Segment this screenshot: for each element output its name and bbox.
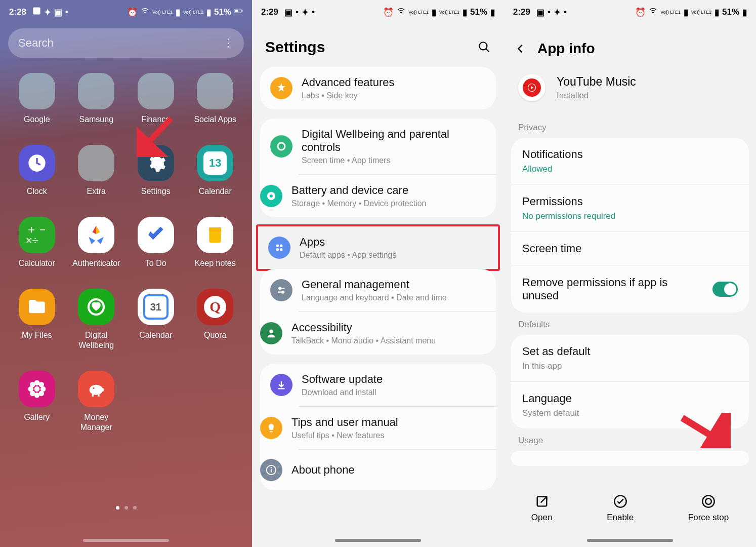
app-samsung[interactable]: Samsung [68, 73, 125, 125]
svg-rect-20 [92, 394, 94, 397]
general-management-icon [270, 279, 292, 301]
settings-row-digital-wellbeing-and-parental-controls[interactable]: Digital Wellbeing and parental controlsS… [260, 119, 496, 174]
app-label: To Do [145, 258, 166, 268]
app-label: Calendar [139, 330, 172, 340]
force-stop-button[interactable]: Force stop [688, 494, 729, 523]
app-settings[interactable]: Settings [127, 145, 185, 197]
app-quora[interactable]: QQuora [187, 289, 244, 350]
app-calendar[interactable]: 31Calendar [127, 289, 185, 350]
nav-handle[interactable] [587, 539, 673, 542]
app-clock[interactable]: Clock [8, 145, 66, 197]
alarm-icon: ⏰ [383, 7, 394, 18]
settings-row-apps[interactable]: AppsDefault apps • App settings [258, 226, 498, 269]
app-label: Social Apps [194, 114, 236, 125]
action-label: Open [531, 513, 553, 523]
authenticator-icon [78, 217, 114, 253]
linkedin-icon [32, 7, 41, 18]
battery-icon: ▮ [742, 7, 747, 18]
screen-app-info: 2:29 ▣ ▪ ✦ • ⏰ Vo)) LTE1 ▮ Vo)) LTE2 ▮ 5… [504, 0, 756, 547]
wifi-icon [397, 7, 405, 18]
app-digital-wellbeing[interactable]: Digital Wellbeing [68, 289, 125, 350]
software-update-icon [270, 374, 292, 396]
app-social-apps[interactable]: Social Apps [187, 73, 244, 125]
settings-row-software-update[interactable]: Software updateDownload and install [260, 364, 496, 406]
battery-and-device-care-icon [260, 185, 282, 207]
sim2-icon: Vo)) LTE2 [691, 10, 711, 15]
row-remove-permissions[interactable]: Remove permissions if app is unused [511, 265, 749, 312]
sim1-icon: Vo)) LTE1 [152, 10, 173, 15]
svg-point-25 [278, 143, 285, 150]
row-sub: No permissions required [522, 211, 738, 221]
app-gallery[interactable]: Gallery [8, 371, 66, 433]
row-title: Remove permissions if app is unused [522, 276, 674, 302]
app-my-files[interactable]: My Files [8, 289, 66, 350]
svg-point-18 [93, 387, 95, 389]
signal1-icon: ▮ [432, 7, 436, 18]
svg-rect-38 [271, 469, 272, 472]
settings-row-advanced-features[interactable]: Advanced featuresLabs • Side key [260, 67, 496, 109]
row-language[interactable]: Language System default [511, 381, 749, 428]
link-icon: ✦ [554, 7, 561, 18]
app-money-manager[interactable]: Money Manager [68, 371, 125, 433]
status-time: 2:29 [513, 7, 530, 17]
row-screen-time[interactable]: Screen time [511, 231, 749, 265]
svg-point-8 [34, 386, 40, 392]
svg-point-34 [279, 288, 281, 290]
svg-point-44 [702, 495, 714, 507]
search-input[interactable]: Search ⋮ [8, 28, 244, 58]
app-calculator[interactable]: ＋－×÷Calculator [8, 217, 66, 268]
app-calendar[interactable]: 13Calendar [187, 145, 244, 197]
app-google[interactable]: Google [8, 73, 66, 125]
app-label: Digital Wellbeing [68, 330, 125, 350]
app-authenticator[interactable]: Authenticator [68, 217, 125, 268]
app-keep-notes[interactable]: Keep notes [187, 217, 244, 268]
search-icon[interactable] [478, 41, 491, 54]
row-sub: Labs • Side key [302, 91, 394, 100]
app-label: Samsung [79, 114, 113, 125]
about-phone-icon [260, 459, 282, 481]
settings-row-battery-and-device-care[interactable]: Battery and device careStorage • Memory … [299, 174, 496, 217]
signal2-icon: ▮ [463, 7, 467, 18]
settings-row-accessibility[interactable]: AccessibilityTalkBack • Mono audio • Ass… [299, 311, 496, 355]
status-time: 2:28 [9, 7, 26, 17]
app-to-do[interactable]: To Do [127, 217, 185, 268]
app-finance[interactable]: Finance [127, 73, 185, 125]
row-permissions[interactable]: Permissions No permissions required [511, 184, 749, 231]
app-extra[interactable]: Extra [68, 145, 125, 197]
settings-row-general-management[interactable]: General managementLanguage and keyboard … [260, 269, 496, 311]
svg-point-35 [282, 291, 284, 293]
app-label: Keep notes [195, 258, 236, 268]
search-placeholder: Search [18, 36, 54, 50]
app-label: Authenticator [72, 258, 120, 268]
svg-point-27 [270, 194, 273, 198]
settings-header: Settings [252, 22, 504, 67]
more-icon[interactable]: ⋮ [223, 36, 234, 50]
quora-icon: Q [197, 289, 233, 325]
app-label: Extra [87, 186, 106, 197]
settings-row-about-phone[interactable]: About phone [299, 449, 496, 490]
settings-row-tips-and-user-manual[interactable]: Tips and user manualUseful tips • New fe… [299, 406, 496, 449]
enable-button[interactable]: Enable [607, 494, 634, 523]
app-label: Gallery [24, 412, 50, 422]
bottom-actions: Open Enable Force stop [504, 494, 756, 538]
dot-icon: • [65, 7, 68, 17]
svg-point-29 [280, 245, 283, 248]
defaults-card: Set as default In this app Language Syst… [511, 335, 749, 428]
screen-app-drawer: 2:28 ✦ ▣ • ⏰ Vo)) LTE1 ▮ Vo)) LTE2 ▮ 51%… [0, 0, 252, 547]
toggle-on[interactable] [712, 282, 738, 297]
nav-handle[interactable] [335, 539, 421, 542]
calendar-icon: 13 [197, 145, 233, 181]
open-button[interactable]: Open [531, 494, 553, 523]
row-notifications[interactable]: Notifications Allowed [511, 138, 749, 184]
back-button[interactable] [515, 43, 526, 54]
svg-point-13 [30, 382, 35, 387]
row-set-default[interactable]: Set as default In this app [511, 335, 749, 381]
to-do-icon [138, 217, 174, 253]
money-manager-icon [78, 371, 114, 407]
battery-text: 51% [214, 7, 231, 17]
screen-settings: 2:29 ▣ ▪ ✦ • ⏰ Vo)) LTE1 ▮ Vo)) LTE2 ▮ 5… [252, 0, 504, 547]
status-time: 2:29 [261, 7, 278, 17]
page-title: Settings [265, 38, 325, 56]
nav-handle[interactable] [83, 539, 169, 542]
dot-icon: • [564, 7, 567, 17]
